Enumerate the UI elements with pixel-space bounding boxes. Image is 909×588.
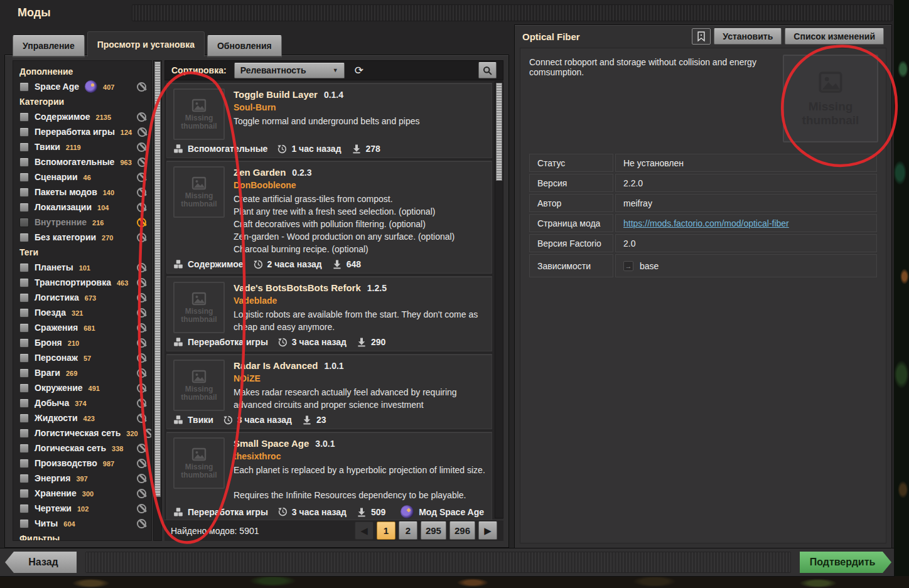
sidebar-scrollbar[interactable] — [153, 60, 162, 541]
filter-checkbox[interactable] — [19, 112, 29, 122]
mod-list-scrollbar[interactable] — [495, 82, 503, 518]
sidebar-filter-item[interactable]: Логистика673 — [13, 290, 151, 305]
sidebar-filter-item[interactable]: Содержимое2135 — [13, 109, 151, 124]
window-drag-handle[interactable] — [132, 4, 893, 21]
sort-dropdown[interactable]: Релевантность ▼ — [234, 63, 345, 78]
filter-checkbox[interactable] — [19, 203, 29, 212]
filter-checkbox[interactable] — [19, 127, 29, 137]
exclude-icon[interactable] — [137, 308, 146, 318]
filter-checkbox[interactable] — [19, 323, 29, 333]
filter-checkbox[interactable] — [19, 519, 29, 528]
sidebar-filter-item[interactable]: Жидкости423 — [13, 410, 151, 425]
sidebar-filter-item[interactable]: Переработка игры124 — [13, 124, 151, 139]
exclude-icon[interactable] — [137, 293, 146, 302]
previous-page-button[interactable]: ◀ — [355, 521, 374, 540]
sidebar-filter-item[interactable]: Сражения681 — [13, 320, 151, 335]
sidebar-filter-item[interactable]: Читы604 — [13, 516, 151, 531]
mod-card[interactable]: Missing thumbnailZen Garden0.2.3DonBoobl… — [166, 161, 492, 274]
filter-checkbox[interactable] — [19, 142, 29, 152]
sidebar-filter-item[interactable]: Поезда321 — [13, 305, 151, 320]
sidebar-filter-item[interactable]: Энергия397 — [13, 471, 151, 486]
exclude-icon[interactable] — [137, 188, 146, 197]
tab-manage[interactable]: Управление — [13, 35, 85, 56]
filter-checkbox[interactable] — [19, 188, 29, 197]
mod-card[interactable]: Missing thumbnailVade's BotsBotsBots Ref… — [166, 276, 492, 351]
exclude-icon[interactable] — [137, 444, 146, 453]
filter-checkbox[interactable] — [19, 398, 29, 408]
exclude-icon[interactable] — [137, 398, 146, 408]
sidebar-filter-item[interactable]: Локализации104 — [13, 200, 151, 215]
tab-browse-install[interactable]: Просмотр и установка — [87, 31, 205, 56]
install-button[interactable]: Установить — [714, 28, 782, 45]
sidebar-filter-item[interactable]: Чертежи102 — [13, 501, 151, 516]
tab-updates[interactable]: Обновления — [207, 35, 282, 56]
filter-checkbox[interactable] — [19, 414, 29, 423]
exclude-icon[interactable] — [137, 459, 146, 468]
exclude-icon[interactable] — [137, 489, 146, 498]
mod-card[interactable]: Missing thumbnailSmall Space Age3.0.1the… — [166, 432, 492, 520]
page-button-295[interactable]: 295 — [421, 521, 446, 540]
next-page-button[interactable]: ▶ — [478, 521, 497, 540]
sidebar-filter-item[interactable]: Добыча374 — [13, 395, 151, 410]
filter-checkbox[interactable] — [19, 158, 29, 167]
mod-card[interactable]: Missing thumbnailToggle Build Layer0.1.4… — [166, 83, 492, 158]
exclude-icon[interactable] — [137, 474, 146, 483]
sidebar-filter-item[interactable]: Персонаж57 — [13, 350, 151, 365]
exclude-icon[interactable] — [137, 127, 147, 137]
exclude-icon[interactable] — [137, 504, 146, 513]
exclude-icon[interactable] — [137, 158, 147, 167]
filter-checkbox[interactable] — [19, 368, 29, 378]
filter-checkbox[interactable] — [19, 459, 29, 468]
filter-checkbox[interactable] — [19, 263, 29, 272]
filter-checkbox[interactable] — [19, 293, 29, 302]
scrollbar-thumb[interactable] — [496, 83, 502, 181]
exclude-icon[interactable] — [137, 203, 146, 212]
search-button[interactable] — [478, 62, 497, 78]
sidebar-filter-item[interactable]: Твики2119 — [13, 139, 151, 154]
page-button-1[interactable]: 1 — [377, 521, 395, 540]
sidebar-filter-item[interactable]: Пакеты модов140 — [13, 184, 151, 200]
sidebar-filter-item[interactable]: Сценарии46 — [13, 169, 151, 184]
sidebar-filter-item[interactable]: Внутренние216 — [13, 215, 151, 230]
bottom-drag-handle[interactable] — [85, 552, 791, 573]
filter-checkbox[interactable] — [19, 383, 29, 393]
scrollbar-thumb[interactable] — [154, 61, 161, 497]
filter-checkbox[interactable] — [19, 278, 29, 287]
mod-card[interactable]: Missing thumbnailRadar Is Advanced1.0.1N… — [166, 354, 492, 429]
bookmark-button[interactable] — [692, 28, 711, 45]
filter-checkbox[interactable] — [19, 218, 29, 227]
exclude-icon[interactable] — [137, 278, 146, 287]
sidebar-filter-item[interactable]: Броня210 — [13, 335, 151, 350]
exclude-icon[interactable] — [137, 263, 146, 272]
exclude-icon[interactable] — [137, 519, 146, 528]
confirm-button[interactable]: Подтвердить — [800, 552, 891, 573]
sidebar-filter-item[interactable]: Логистическая сеть320 — [13, 425, 151, 441]
exclude-icon[interactable] — [137, 218, 146, 227]
filter-checkbox[interactable] — [19, 308, 29, 318]
exclude-icon[interactable] — [137, 82, 146, 92]
exclude-icon[interactable] — [137, 173, 146, 182]
exclude-icon[interactable] — [137, 233, 146, 242]
sidebar-filter-item[interactable]: Враги269 — [13, 365, 151, 380]
exclude-icon[interactable] — [137, 338, 146, 348]
exclude-icon[interactable] — [144, 429, 152, 438]
dependency-checkbox[interactable]: → — [623, 261, 633, 271]
exclude-icon[interactable] — [137, 142, 146, 152]
filter-checkbox[interactable] — [19, 233, 29, 242]
sidebar-filter-item[interactable]: Space Age407 — [13, 79, 151, 94]
back-button[interactable]: Назад — [5, 552, 77, 573]
filter-checkbox[interactable] — [19, 474, 29, 483]
filter-checkbox[interactable] — [19, 353, 29, 363]
sidebar-filter-item[interactable]: Производство987 — [13, 456, 151, 471]
exclude-icon[interactable] — [137, 414, 146, 423]
sidebar-filter-item[interactable]: Логическая сеть338 — [13, 441, 151, 456]
exclude-icon[interactable] — [137, 112, 146, 122]
filter-checkbox[interactable] — [19, 504, 29, 513]
sidebar-filter-item[interactable]: Планеты101 — [13, 260, 151, 275]
filter-checkbox[interactable] — [19, 82, 29, 92]
page-button-296[interactable]: 296 — [449, 521, 475, 540]
filter-checkbox[interactable] — [19, 338, 29, 348]
exclude-icon[interactable] — [137, 353, 146, 363]
filter-checkbox[interactable] — [19, 429, 29, 438]
sidebar-filter-item[interactable]: Без категории270 — [13, 230, 151, 245]
